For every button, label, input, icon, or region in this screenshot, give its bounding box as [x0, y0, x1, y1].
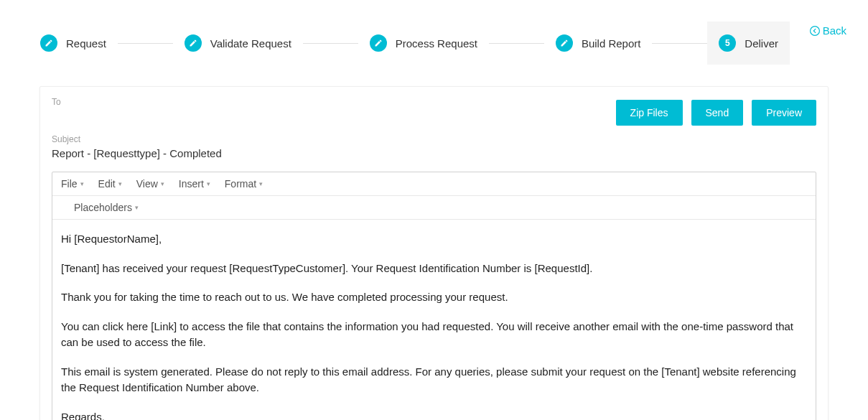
menu-label: Insert: [179, 178, 204, 190]
subject-field[interactable]: Report - [Requesttype] - Completed: [52, 147, 816, 162]
step-build-report[interactable]: Build Report: [544, 22, 653, 65]
menu-label: File: [61, 178, 78, 190]
editor-menubar: File▾ Edit▾ View▾ Insert▾ Format▾: [52, 172, 816, 196]
step-label: Process Request: [396, 37, 477, 50]
step-connector: [489, 43, 544, 44]
body-paragraph: Thank you for taking the time to reach o…: [61, 289, 807, 306]
menu-label: Placeholders: [74, 202, 132, 213]
step-label: Validate Request: [210, 37, 291, 50]
pencil-icon: [556, 34, 573, 52]
chevron-down-icon: ▾: [207, 180, 210, 187]
step-label: Build Report: [582, 37, 641, 50]
email-card: To Zip Files Send Preview Subject Report…: [39, 86, 829, 420]
pencil-icon: [370, 34, 387, 52]
chevron-down-icon: ▾: [161, 180, 164, 187]
to-field[interactable]: [52, 110, 616, 124]
menu-format[interactable]: Format▾: [225, 178, 263, 190]
step-connector: [303, 43, 358, 44]
svg-point-0: [810, 26, 819, 35]
step-connector: [652, 43, 707, 44]
body-paragraph: [Tenant] has received your request [Requ…: [61, 261, 807, 277]
pencil-icon: [185, 34, 202, 52]
chevron-down-icon: ▾: [135, 204, 139, 211]
menu-label: View: [136, 178, 158, 190]
zip-files-button[interactable]: Zip Files: [616, 100, 683, 126]
rich-text-editor: File▾ Edit▾ View▾ Insert▾ Format▾ Placeh…: [52, 172, 816, 420]
email-body[interactable]: Hi [RequestorName], [Tenant] has receive…: [52, 220, 816, 420]
step-process-request[interactable]: Process Request: [358, 22, 489, 65]
body-paragraph: This email is system generated. Please d…: [61, 364, 807, 396]
action-bar: Zip Files Send Preview: [616, 97, 816, 126]
step-label: Deliver: [745, 37, 778, 50]
step-connector: [118, 43, 173, 44]
back-arrow-icon: [810, 26, 820, 36]
back-label: Back: [823, 24, 846, 37]
menu-placeholders[interactable]: Placeholders▾: [74, 202, 807, 213]
body-paragraph: Hi [RequestorName],: [61, 231, 807, 248]
step-deliver[interactable]: 5 Deliver: [707, 22, 790, 65]
menu-label: Format: [225, 178, 256, 190]
step-number-badge: 5: [719, 34, 736, 52]
menu-view[interactable]: View▾: [136, 178, 164, 190]
preview-button[interactable]: Preview: [752, 100, 816, 126]
chevron-down-icon: ▾: [259, 180, 263, 187]
send-button[interactable]: Send: [691, 100, 744, 126]
body-paragraph: You can click here [Link] to access the …: [61, 319, 807, 351]
stepper: Request Validate Request Process Request…: [29, 22, 790, 65]
to-label: To: [52, 97, 616, 107]
menu-label: Edit: [98, 178, 116, 190]
chevron-down-icon: ▾: [118, 180, 122, 187]
body-paragraph: Regards,: [61, 409, 807, 421]
chevron-down-icon: ▾: [80, 180, 84, 187]
subject-label: Subject: [52, 134, 816, 144]
menu-file[interactable]: File▾: [61, 178, 84, 190]
back-link[interactable]: Back: [810, 24, 846, 37]
step-request[interactable]: Request: [29, 22, 118, 65]
menu-insert[interactable]: Insert▾: [179, 178, 210, 190]
step-label: Request: [66, 37, 106, 50]
step-validate-request[interactable]: Validate Request: [173, 22, 303, 65]
menu-edit[interactable]: Edit▾: [98, 178, 122, 190]
pencil-icon: [40, 34, 57, 52]
